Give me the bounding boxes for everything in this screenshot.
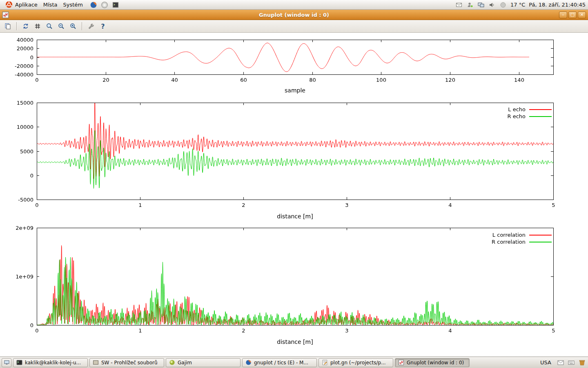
mail-notifier-icon[interactable] <box>557 359 564 366</box>
network-monitor-icon[interactable] <box>477 1 485 9</box>
taskbar-button[interactable]: Gnuplot (window id : 0) <box>395 358 470 367</box>
maximize-button[interactable]: □ <box>568 11 577 18</box>
copy-clipboard-button[interactable] <box>2 21 13 31</box>
taskbar-button[interactable]: gnuplot / tics (E) - M... <box>242 358 317 367</box>
mail-tray-icon[interactable] <box>455 1 463 9</box>
taskbar-button-label: Gnuplot (window id : 0) <box>407 360 464 366</box>
close-button[interactable]: × <box>578 11 586 18</box>
zoom-in-button[interactable] <box>68 21 78 31</box>
menu-applications-label: Aplikace <box>15 2 38 8</box>
keyboard-layout-indicator[interactable]: USA <box>538 359 554 366</box>
help-button[interactable]: ? <box>98 21 108 31</box>
firefox-icon <box>245 359 252 366</box>
zoom-previous-button[interactable] <box>44 21 55 31</box>
menu-system[interactable]: Systém <box>60 1 86 9</box>
menu-places[interactable]: Místa <box>41 1 61 9</box>
menu-places-label: Místa <box>43 2 58 8</box>
clock[interactable]: Pá, 18. září, 21:40:45 <box>529 2 586 8</box>
taskbar-button-label: gnuplot / tics (E) - M... <box>254 360 308 366</box>
minimize-button[interactable]: – <box>559 11 567 18</box>
window-title: Gnuplot (window id : 0) <box>0 12 588 18</box>
gajim-icon <box>169 359 175 366</box>
taskbar-button-label: SW - Prohlížeč souborů <box>101 360 158 366</box>
zoom-out-button[interactable] <box>56 21 67 31</box>
toolbar: ? <box>0 20 588 33</box>
taskbar-button[interactable]: kaklik@kaklik-kolej-u... <box>13 358 88 367</box>
taskbar-button[interactable]: plot.gn (~/projects/p... <box>318 358 393 367</box>
taskbar-button-label: kaklik@kaklik-kolej-u... <box>25 360 81 366</box>
ubuntu-logo-icon <box>5 0 13 9</box>
taskbar: kaklik@kaklik-kolej-u...SW - Prohlížeč s… <box>0 357 588 368</box>
plot-area: sample distance [m] distance [m] L echo … <box>0 33 588 357</box>
gnuplot-window: Gnuplot (window id : 0) – □ × <box>0 10 588 357</box>
window-icon[interactable] <box>2 11 9 18</box>
help-launcher-icon[interactable] <box>100 1 109 9</box>
browser-launcher-icon[interactable] <box>89 1 98 9</box>
taskbar-button[interactable]: Gajim <box>166 358 241 367</box>
replot-button[interactable] <box>20 21 31 31</box>
show-desktop-button[interactable] <box>2 358 11 367</box>
plot-canvas[interactable] <box>0 33 588 357</box>
help-icon: ? <box>101 22 105 30</box>
titlebar[interactable]: Gnuplot (window id : 0) – □ × <box>0 10 588 20</box>
trash-icon[interactable] <box>578 359 586 366</box>
volume-icon[interactable] <box>488 1 496 9</box>
file-manager-icon <box>92 359 99 366</box>
config-button[interactable] <box>86 21 96 31</box>
toolbar-separator <box>82 22 82 30</box>
user-switch-icon[interactable] <box>466 1 474 9</box>
text-editor-icon <box>321 359 328 366</box>
taskbar-buttons: kaklik@kaklik-kolej-u...SW - Prohlížeč s… <box>13 358 470 367</box>
weather-icon[interactable] <box>499 1 507 9</box>
taskbar-button[interactable]: SW - Prohlížeč souborů <box>89 358 164 367</box>
terminal-icon <box>16 359 22 366</box>
toolbar-separator <box>16 22 17 30</box>
input-method-icon[interactable] <box>568 359 575 366</box>
gnuplot-icon <box>398 359 404 366</box>
taskbar-button-label: plot.gn (~/projects/p... <box>330 360 386 366</box>
temperature-label: 17 °C <box>510 2 525 8</box>
menu-applications[interactable]: Aplikace <box>2 0 41 9</box>
terminal-launcher-icon[interactable] <box>111 1 120 9</box>
grid-toggle-button[interactable] <box>32 21 43 31</box>
taskbar-button-label: Gajim <box>178 360 192 366</box>
top-panel: Aplikace Místa Systém <box>0 0 588 10</box>
menu-system-label: Systém <box>63 2 82 8</box>
